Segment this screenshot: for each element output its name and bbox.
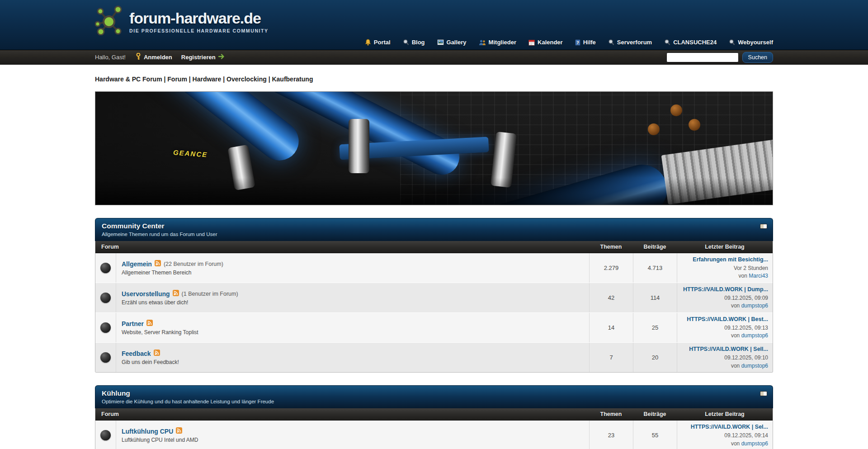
nav-item-hilfe[interactable]: ? Hilfe xyxy=(575,39,596,46)
collapse-category-button[interactable] xyxy=(760,391,767,396)
themen-count: 7 xyxy=(589,343,633,372)
last-post-user-link[interactable]: dumpstop6 xyxy=(741,440,768,447)
last-post-date: 09.12.2025, 09:14 xyxy=(724,432,768,440)
status-cell xyxy=(95,421,116,449)
logo-molecule-icon xyxy=(95,5,123,37)
column-header-letzter-beitrag: Letzter Beitrag xyxy=(677,408,773,420)
forum-name-link[interactable]: Luftkühlung CPU xyxy=(122,428,173,435)
forum-description: Website, Server Ranking Toplist xyxy=(122,329,584,336)
status-cell xyxy=(95,343,116,372)
rss-icon[interactable] xyxy=(176,427,182,435)
last-post-title-link[interactable]: HTTPS://VAILD.WORK | Best... xyxy=(687,316,768,324)
last-post-title-link[interactable]: Erfahrungen mit Besichtig... xyxy=(693,256,768,264)
forum-category: Community Center Allgemeine Themen rund … xyxy=(95,218,773,373)
magnifier-icon xyxy=(608,39,614,46)
forum-table-header: Forum Themen Beiträge Letzter Beitrag xyxy=(95,241,773,253)
forum-name-link[interactable]: Uservorstellung xyxy=(122,290,170,298)
von-label: von xyxy=(731,302,740,309)
beitraege-count: 25 xyxy=(633,313,677,342)
forum-categories: Community Center Allgemeine Themen rund … xyxy=(95,218,773,449)
von-label: von xyxy=(731,440,740,447)
nav-item-kalender[interactable]: Kalender xyxy=(528,39,563,46)
last-post-date: Vor 2 Stunden xyxy=(734,265,768,272)
last-post-user-link[interactable]: dumpstop6 xyxy=(741,302,768,309)
nav-item-mitglieder[interactable]: Mitglieder xyxy=(479,39,516,46)
last-post-user-link[interactable]: dumpstop6 xyxy=(741,363,768,369)
nav-item-portal[interactable]: Portal xyxy=(365,39,391,46)
magnifier-icon xyxy=(664,39,670,46)
forum-row: Partner Website, Server Ranking Toplist … xyxy=(95,312,773,342)
column-header-beitraege: Beiträge xyxy=(633,408,677,420)
header-banner-image: GEANCE xyxy=(95,91,773,205)
forum-rows: Allgemein (22 Benutzer im Forum) Allgeme… xyxy=(95,253,773,372)
nav-item-serverforum[interactable]: Serverforum xyxy=(608,39,652,46)
search-button[interactable]: Suchen xyxy=(742,52,773,63)
site-logo[interactable]: forum-hardware.de DIE PROFESSIONELLE HAR… xyxy=(95,5,269,37)
nav-label: CLANSUCHE24 xyxy=(673,39,717,46)
category-subtitle: Optimiere die Kühlung und du hast anhalt… xyxy=(102,399,766,404)
last-post-user-link[interactable]: dumpstop6 xyxy=(741,332,768,339)
themen-count: 2.279 xyxy=(589,253,633,283)
forum-name-link[interactable]: Partner xyxy=(122,320,144,327)
site-title: forum-hardware.de xyxy=(129,9,269,27)
collapse-category-button[interactable] xyxy=(760,224,767,229)
capacitor xyxy=(689,119,700,131)
last-post-title-link[interactable]: HTTPS://VAILD.WORK | Sel... xyxy=(691,423,768,431)
last-post-author: von Marci43 xyxy=(739,272,768,280)
register-label: Registrieren xyxy=(181,54,216,61)
svg-text:?: ? xyxy=(576,40,579,45)
forum-description: Luftkühlung CPU Intel und AMD xyxy=(122,437,584,443)
users-online-count: (22 Benutzer im Forum) xyxy=(164,261,223,267)
beitraege-count: 114 xyxy=(633,283,677,312)
rss-icon[interactable] xyxy=(173,290,179,298)
forum-status-icon xyxy=(100,352,111,363)
forum-status-icon xyxy=(100,322,111,333)
register-link[interactable]: Registrieren xyxy=(181,54,226,61)
forum-cell: Allgemein (22 Benutzer im Forum) Allgeme… xyxy=(116,253,589,283)
forum-cell: Partner Website, Server Ranking Toplist xyxy=(116,313,589,342)
nav-item-blog[interactable]: Blog xyxy=(403,39,425,46)
forum-description: Erzähl uns etwas über dich! xyxy=(122,299,584,306)
breadcrumb[interactable]: Hardware & PC Forum | Forum | Hardware |… xyxy=(95,76,773,83)
forum-name-link[interactable]: Feedback xyxy=(122,350,151,357)
beitraege-count: 20 xyxy=(633,343,677,372)
last-post-cell: HTTPS://VAILD.WORK | Dump... 09.12.2025,… xyxy=(677,283,773,312)
last-post-title-link[interactable]: HTTPS://VAILD.WORK | Sell... xyxy=(689,345,768,354)
category-header: Kühlung Optimiere die Kühlung und du has… xyxy=(95,385,773,408)
nav-item-clansuche24[interactable]: CLANSUCHE24 xyxy=(664,39,717,46)
forum-row: Luftkühlung CPU Luftkühlung CPU Intel un… xyxy=(95,421,773,449)
last-post-date: 09.12.2025, 09:13 xyxy=(724,324,768,332)
forum-description: Gib uns dein Feedback! xyxy=(122,359,584,365)
last-post-title-link[interactable]: HTTPS://VAILD.WORK | Dump... xyxy=(683,286,768,294)
forum-status-icon xyxy=(100,293,111,303)
rss-icon[interactable] xyxy=(154,350,160,358)
users-online-count: (1 Benutzer im Forum) xyxy=(182,291,238,297)
magnifier-icon xyxy=(403,39,409,46)
search-input[interactable] xyxy=(666,52,739,62)
rss-icon[interactable] xyxy=(146,320,153,328)
site-header: forum-hardware.de DIE PROFESSIONELLE HAR… xyxy=(0,0,868,50)
von-label: von xyxy=(739,273,747,279)
forum-name-link[interactable]: Allgemein xyxy=(122,260,152,268)
rss-icon[interactable] xyxy=(155,260,161,268)
nav-label: Blog xyxy=(412,39,425,46)
user-bar: Hallo, Gast! Anmelden Registrieren Suche… xyxy=(0,50,868,65)
login-link[interactable]: Anmelden xyxy=(136,53,172,61)
forum-status-icon xyxy=(100,263,111,273)
last-post-user-link[interactable]: Marci43 xyxy=(749,273,768,279)
column-header-beitraege: Beiträge xyxy=(633,241,677,253)
nav-item-webyourself[interactable]: Webyourself xyxy=(729,39,773,46)
status-cell xyxy=(95,283,116,312)
forum-table: Forum Themen Beiträge Letzter Beitrag Lu… xyxy=(95,408,773,449)
last-post-cell: HTTPS://VAILD.WORK | Sell... 09.12.2025,… xyxy=(677,343,773,372)
nav-item-gallery[interactable]: Gallery xyxy=(437,39,467,46)
forum-description: Allgemeiner Themen Bereich xyxy=(122,269,584,276)
category-title: Kühlung xyxy=(102,389,766,397)
column-header-themen: Themen xyxy=(589,408,633,420)
members-icon xyxy=(479,39,486,46)
beitraege-count: 55 xyxy=(633,421,677,449)
nav-label: Hilfe xyxy=(583,39,596,46)
status-cell xyxy=(95,253,116,283)
last-post-author: von dumpstop6 xyxy=(731,440,768,448)
nav-label: Portal xyxy=(374,39,391,46)
